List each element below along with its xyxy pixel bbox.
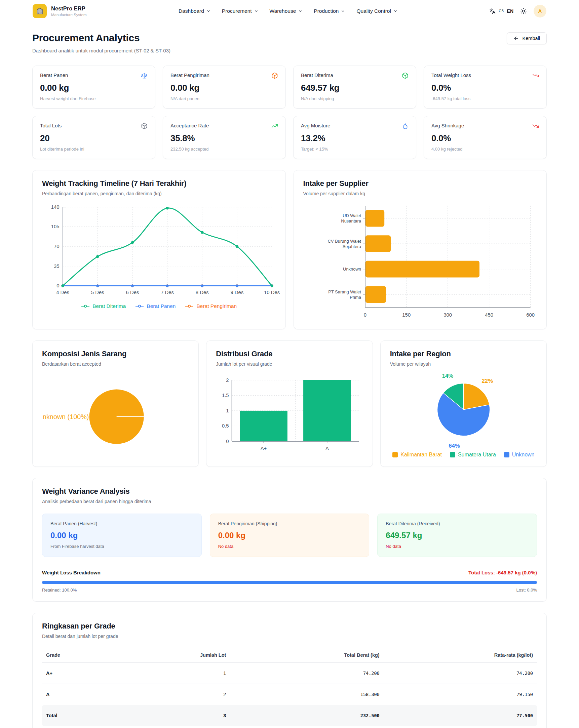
trending-down-icon [532, 72, 539, 79]
brand[interactable]: NestPro ERP Manufacture System [33, 4, 86, 18]
variance-value: 0.00 kg [218, 531, 361, 540]
stat-value: 0.0% [431, 133, 539, 144]
nav-label: Warehouse [270, 8, 296, 14]
stat-card-acceptance-rate: Acceptance Rate 35.8% 232.50 kg accepted [163, 116, 286, 159]
package-icon [271, 72, 278, 79]
stat-value: 20 [40, 133, 148, 144]
weight-loss-breakdown: Weight Loss Breakdown Total Loss: -649.5… [42, 570, 537, 593]
svg-text:A: A [326, 445, 329, 451]
legend-swatch-icon [504, 452, 509, 458]
retained-progress-fill [42, 581, 537, 584]
stat-value: 35.8% [171, 133, 278, 144]
stat-sub: 4.00 kg rejected [431, 147, 539, 152]
stat-sub: -649.57 kg total loss [431, 96, 539, 101]
chart-title: Intake per Region [390, 349, 537, 358]
grade-summary-table: Grade Jumlah Lot Total Berat (kg) Rata-r… [42, 648, 537, 726]
column-header-grade: Grade [42, 648, 141, 663]
language-switcher[interactable]: GB EN [489, 8, 513, 14]
svg-text:4 Des: 4 Des [56, 290, 69, 295]
intake-supplier-chart: 0150300450600UD WaletNusantaraCV Burung … [303, 202, 537, 320]
legend-swatch-icon [450, 452, 455, 458]
nav-label: Procurement [222, 8, 252, 14]
nav-item-dashboard[interactable]: Dashboard [179, 8, 210, 14]
variance-value: 649.57 kg [386, 531, 529, 540]
package-icon [402, 72, 408, 79]
stat-card-total-weight-loss: Total Weight Loss 0.0% -649.57 kg total … [424, 66, 547, 109]
column-header-jumlah-lot: Jumlah Lot [141, 648, 230, 663]
svg-text:nknown (100%): nknown (100%) [43, 413, 89, 420]
legend-item[interactable]: Sumatera Utara [450, 452, 496, 458]
languages-icon [489, 8, 496, 14]
main-nav: Dashboard Procurement Warehouse Producti… [179, 8, 398, 14]
stat-label: Avg Moisture [301, 123, 330, 128]
back-button-label: Kembali [523, 36, 540, 41]
stat-card-avg-shrinkage: Avg Shrinkage 0.0% 4.00 kg rejected [424, 116, 547, 159]
variance-sub: No data [386, 544, 529, 549]
chart-title: Intake per Supplier [303, 179, 537, 188]
chevron-down-icon [254, 9, 258, 13]
svg-text:64%: 64% [449, 443, 460, 449]
legend-item[interactable]: Berat Diterima [81, 303, 126, 309]
package-icon [141, 123, 148, 129]
avatar[interactable]: A [534, 5, 546, 18]
legend-item[interactable]: Kalimantan Barat [393, 452, 442, 458]
svg-text:Nusantara: Nusantara [341, 218, 361, 224]
svg-text:35: 35 [54, 263, 59, 269]
nav-item-quality-control[interactable]: Quality Control [356, 8, 398, 14]
back-button[interactable]: Kembali [507, 32, 547, 44]
legend-item[interactable]: Unknown [504, 452, 535, 458]
nav-label: Production [314, 8, 338, 14]
svg-text:0.5: 0.5 [222, 423, 229, 428]
legend-item[interactable]: Berat Panen [135, 303, 176, 309]
chevron-down-icon [394, 9, 398, 13]
locale-region: GB [499, 9, 504, 13]
page-subtitle: Dashboard analitik untuk modul procureme… [32, 48, 171, 53]
stat-value: 0.00 kg [40, 83, 148, 93]
cell-rata-rata: 77.500 [384, 705, 537, 726]
legend-item[interactable]: Berat Pengiriman [185, 303, 237, 309]
region-pie-chart: 22%64%14% [390, 371, 537, 449]
theme-toggle-button[interactable] [520, 8, 527, 15]
chart-title: Weight Tracking Timeline (7 Hari Terakhi… [42, 179, 276, 188]
nav-item-procurement[interactable]: Procurement [222, 8, 258, 14]
sun-icon [520, 8, 527, 15]
distribusi-grade-card: Distribusi Grade Jumlah lot per visual g… [206, 340, 373, 467]
column-header-total-berat: Total Berat (kg) [230, 648, 383, 663]
svg-text:22%: 22% [481, 378, 493, 384]
stat-card-berat-pengiriman: Berat Pengiriman 0.00 kg N/A dari panen [163, 66, 286, 109]
trending-down-icon [532, 123, 539, 129]
charts-row-1: Weight Tracking Timeline (7 Hari Terakhi… [32, 170, 547, 329]
svg-text:Sejahtera: Sejahtera [342, 244, 361, 249]
stat-card-avg-moisture: Avg Moisture 13.2% Target: < 15% [293, 116, 416, 159]
variance-label: Berat Pengiriman (Shipping) [218, 521, 361, 526]
cell-grade: Total [42, 705, 141, 726]
chart-subtitle: Volume per supplier dalam kg [303, 191, 537, 196]
variance-sub: No data [218, 544, 361, 549]
trending-up-icon [271, 123, 278, 129]
breakdown-label: Weight Loss Breakdown [42, 570, 101, 575]
cell-total-berat: 158.300 [230, 684, 383, 705]
svg-text:150: 150 [402, 312, 410, 318]
lost-label: Lost: 0.0% [517, 588, 537, 593]
chevron-down-icon [298, 9, 302, 13]
region-legend: Kalimantan BaratSumatera UtaraUnknown [390, 452, 537, 458]
stat-value: 13.2% [301, 133, 408, 144]
variance-label: Berat Panen (Harvest) [50, 521, 193, 526]
cell-jumlah-lot: 1 [141, 663, 230, 684]
nav-item-production[interactable]: Production [314, 8, 345, 14]
cell-total-berat: 232.500 [230, 705, 383, 726]
nav-item-warehouse[interactable]: Warehouse [270, 8, 303, 14]
stat-card-berat-panen: Berat Panen 0.00 kg Harvest weight dari … [32, 66, 155, 109]
variance-sub: From Firebase harvest data [50, 544, 193, 549]
komposisi-pie-chart: nknown (100%) [42, 377, 189, 456]
svg-text:Unknown: Unknown [343, 266, 361, 271]
stat-card-berat-diterima: Berat Diterima 649.57 kg N/A dari shippi… [293, 66, 416, 109]
chevron-down-icon [206, 9, 210, 13]
cell-grade: A [42, 684, 141, 705]
page-header: Procurement Analytics Dashboard analitik… [32, 32, 547, 53]
weight-timeline-card: Weight Tracking Timeline (7 Hari Terakhi… [32, 170, 286, 329]
retained-progress-bar [42, 581, 537, 584]
svg-text:A+: A+ [260, 445, 267, 451]
svg-text:0: 0 [363, 312, 366, 318]
svg-text:14%: 14% [442, 373, 453, 379]
